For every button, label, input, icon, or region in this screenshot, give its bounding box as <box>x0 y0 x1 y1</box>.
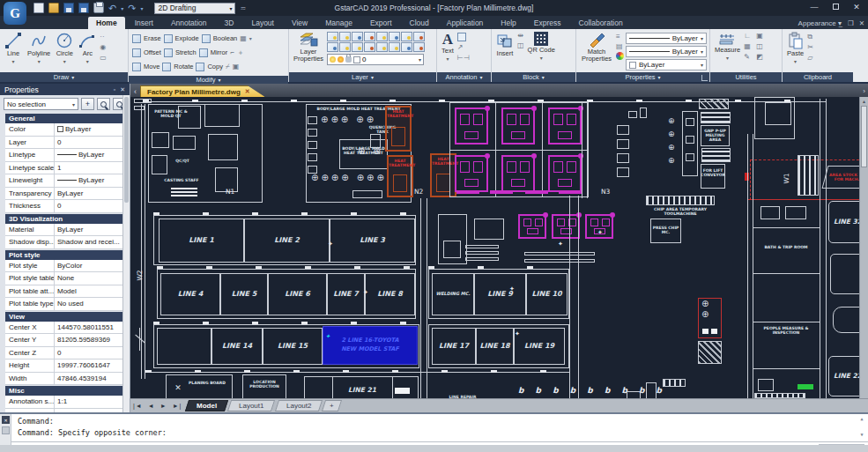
block-attach-icon[interactable]: ⇹ <box>517 32 523 41</box>
drawing-canvas[interactable]: W2 PATTERN MC & MOLD QT QC/QT CASTING ST… <box>130 97 859 398</box>
line1-cell[interactable]: LINE 1 <box>159 219 244 263</box>
layer-tool-icon[interactable] <box>339 32 351 41</box>
layer-tool-icon[interactable] <box>389 42 400 52</box>
mirror-icon[interactable] <box>199 48 208 57</box>
line-button[interactable]: Line <box>3 31 24 66</box>
dialog-launcher-icon[interactable] <box>701 75 708 81</box>
prop-value[interactable]: Shadow and recei... <box>55 236 130 248</box>
panel-label-modify[interactable]: Modify <box>129 76 288 84</box>
line5-cell[interactable]: LINE 5 <box>220 273 268 315</box>
fillet-icon[interactable]: ⌐ <box>230 48 234 57</box>
panel-label-annotation[interactable]: Annotation <box>437 72 491 82</box>
line8-cell[interactable]: LINE 8 <box>365 273 415 315</box>
tab-scroll-left-icon[interactable]: ‹ <box>130 87 140 97</box>
line14-cell[interactable]: LINE 14 <box>211 328 263 365</box>
cut-icon[interactable]: ✂ <box>807 43 813 52</box>
prop-value[interactable]: ByLayer <box>55 174 130 187</box>
qr-code-button[interactable]: QR Code <box>526 31 557 63</box>
layer-tool-icon[interactable] <box>364 42 375 52</box>
welding-cell[interactable]: WELDING MC. <box>432 273 474 315</box>
redo-dropdown-icon[interactable] <box>140 3 143 13</box>
section-header[interactable]: Plot style <box>5 250 130 260</box>
linetype-list-icon[interactable]: ▤ <box>616 42 624 51</box>
layer-tool-icon[interactable] <box>352 42 363 52</box>
arc-button[interactable]: Arc <box>77 31 98 66</box>
layer-tool-icon[interactable] <box>327 32 338 41</box>
layer-color-swatch[interactable] <box>353 56 360 63</box>
layer-on-icon[interactable] <box>330 56 336 63</box>
panel-label-block[interactable]: Block <box>492 72 575 82</box>
scroll-up-icon[interactable]: ▲ <box>857 416 866 421</box>
layer-tool-icon[interactable] <box>413 32 425 41</box>
calculator-icon[interactable]: ▦ <box>744 42 754 51</box>
prop-value[interactable]: 81205.59589369 <box>55 334 130 346</box>
line4-cell[interactable]: LINE 4 <box>160 273 220 315</box>
id-point-icon[interactable]: ◩ <box>756 53 767 62</box>
prop-value[interactable]: ByColor <box>55 260 130 272</box>
panel-label-layer[interactable]: Layer <box>289 72 436 82</box>
properties-palette-titlebar[interactable]: Properties ▫ ✕ <box>0 84 130 95</box>
print-icon[interactable] <box>93 3 104 13</box>
select-objects-button[interactable] <box>97 98 110 110</box>
add-layout-button[interactable]: + <box>322 400 342 411</box>
chevron-down-icon[interactable] <box>249 34 252 43</box>
line22-cell[interactable]: LINE 22 <box>828 356 859 396</box>
tab-layout2[interactable]: Layout2 <box>275 400 323 411</box>
line10-cell[interactable]: LINE 10 <box>526 273 568 315</box>
prev-tab-icon[interactable]: ◄ <box>145 403 158 409</box>
prop-value[interactable]: 144570.58011551 <box>55 322 130 334</box>
rotate-icon[interactable] <box>162 63 171 71</box>
scrollbar-thumb[interactable] <box>861 106 867 167</box>
layer-tool-icon[interactable] <box>376 42 388 52</box>
tab-help[interactable]: Help <box>493 17 523 29</box>
lineweight-select[interactable]: ByLayer <box>626 33 707 44</box>
close-tab-icon[interactable]: ✕ <box>245 88 250 95</box>
tab-collaboration[interactable]: Collaboration <box>571 17 631 29</box>
paste-button[interactable]: Paste <box>785 31 805 66</box>
save-icon[interactable] <box>63 3 74 13</box>
minimize-button[interactable]: — <box>805 0 824 13</box>
panel-label-draw[interactable]: Draw <box>0 72 128 82</box>
rectangle-tool-icon[interactable]: ▭ <box>100 54 107 63</box>
point-tool-icon[interactable]: ·· <box>100 33 107 41</box>
polyline-button[interactable]: Polyline <box>26 31 52 66</box>
ribbon-window-controls[interactable]: _ ❐ ✕ <box>839 19 866 27</box>
tab-model[interactable]: Model <box>185 400 228 411</box>
layer-properties-button[interactable]: Layer Properties <box>292 31 325 63</box>
boolean-icon[interactable] <box>202 34 211 43</box>
prop-value[interactable]: ByLayer <box>55 224 130 236</box>
color-wheel-icon[interactable] <box>616 52 624 60</box>
tab-insert[interactable]: Insert <box>127 17 161 29</box>
block-edit-icon[interactable]: ◫ <box>517 41 524 50</box>
first-tab-icon[interactable]: |◄ <box>130 403 145 409</box>
window-icon[interactable]: ◫ <box>756 42 767 51</box>
line18-cell[interactable]: LINE 18 <box>476 328 514 365</box>
undo-dropdown-icon[interactable] <box>121 3 123 13</box>
tab-3d[interactable]: 3D <box>217 17 242 29</box>
erase-icon[interactable] <box>132 34 141 43</box>
toolbar-overflow-icon[interactable]: ≂ <box>240 4 246 12</box>
prop-value[interactable]: 1 <box>55 162 130 174</box>
save-as-icon[interactable] <box>78 3 89 13</box>
copy-icon[interactable] <box>196 63 204 71</box>
tab-annotation[interactable]: Annotation <box>163 17 215 29</box>
layer-freeze-icon[interactable] <box>338 56 344 63</box>
text-button[interactable]: A Text <box>440 31 456 63</box>
close-button[interactable]: ✕ <box>847 0 866 13</box>
scale-icon[interactable]: ▣ <box>233 63 240 71</box>
selected-block-line16[interactable]: 2 LINE 16-TOYOTA NEW MODEL STAF <box>323 326 418 365</box>
document-tab[interactable]: Factory Plan Millimetre.dwg ✕ <box>140 85 265 97</box>
maximize-button[interactable] <box>826 0 845 13</box>
copy-base-icon[interactable]: ▱ <box>807 54 813 63</box>
tab-layout[interactable]: Layout <box>243 17 282 29</box>
section-header[interactable]: General <box>5 114 130 123</box>
join-icon[interactable]: ＋ <box>237 48 244 57</box>
auto-hide-pin-icon[interactable]: ▫ <box>114 86 115 93</box>
explode-icon[interactable] <box>164 34 173 43</box>
line19-cell[interactable]: LINE 19 <box>514 328 565 365</box>
open-file-icon[interactable] <box>48 3 59 13</box>
undo-icon[interactable]: ↶ <box>108 4 116 12</box>
prop-value[interactable]: ByLayer <box>55 149 130 161</box>
stretch-icon[interactable] <box>164 48 173 57</box>
color-select[interactable]: ByLayer <box>626 59 707 70</box>
